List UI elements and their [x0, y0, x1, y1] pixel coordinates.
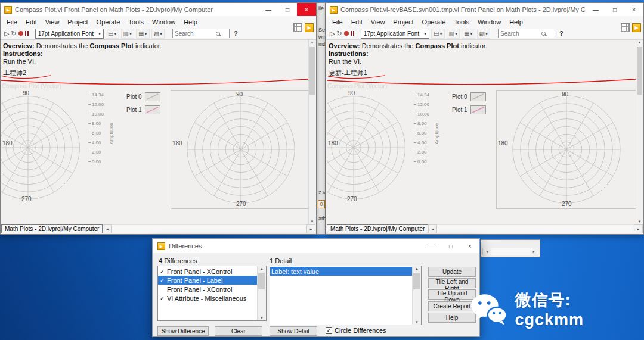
connector-pane-icon[interactable] — [293, 23, 302, 32]
abort-button-icon[interactable] — [344, 31, 349, 36]
menu-item[interactable]: Tools — [124, 17, 148, 27]
menu-item[interactable]: View — [367, 17, 389, 27]
run-continuous-icon[interactable]: ↻ — [11, 30, 16, 38]
list-scrollbar[interactable]: ▲ ▼ — [257, 266, 266, 320]
circle-differences-checkbox[interactable]: ✓ Circle Differences — [326, 327, 386, 334]
scrollbar-thumb[interactable] — [309, 47, 315, 95]
front-panel[interactable]: Overview: Demonstrates the Compass Plot … — [1, 40, 308, 224]
vi-icon[interactable]: ▶ — [632, 23, 641, 32]
menu-item[interactable]: Operate — [92, 17, 125, 27]
scroll-down-icon[interactable]: ▼ — [309, 220, 315, 223]
show-detail-button[interactable]: Show Detail — [270, 326, 317, 336]
panel-free-label[interactable]: 更新-工程师1 — [329, 68, 367, 77]
abort-button-icon[interactable] — [18, 31, 23, 36]
search-input[interactable] — [500, 30, 540, 37]
scroll-up-icon[interactable]: ▲ — [636, 40, 643, 44]
titlebar[interactable]: ▶ Compass Plot.vi-revBASE.svn001.tmp.vi … — [326, 3, 643, 16]
panel-free-label[interactable]: 工程师2 — [3, 68, 26, 77]
minimize-button[interactable]: — — [259, 3, 278, 16]
checkbox-check-icon[interactable]: ✓ — [326, 327, 332, 334]
tile-left-right-button[interactable]: Tile Left and Right — [428, 278, 476, 288]
align-objects-button[interactable]: ▤ ▾ — [431, 29, 444, 39]
front-panel[interactable]: Overview: Demonstrates the Compass Plot … — [327, 40, 636, 224]
help-button[interactable]: Help — [428, 313, 476, 323]
horizontal-scrollbar[interactable]: ◄ ► — [482, 248, 538, 255]
menu-item[interactable]: Help — [505, 17, 527, 27]
tile-up-down-button[interactable]: Tile Up and Down — [428, 289, 476, 300]
scrollbar-thumb[interactable] — [413, 273, 420, 289]
scroll-right-icon[interactable]: ► — [530, 248, 538, 255]
clear-button[interactable]: Clear — [215, 326, 262, 336]
detail-list[interactable]: Label: text value ▲ ▼ — [270, 266, 422, 325]
help-icon[interactable]: ? — [234, 30, 238, 37]
close-button[interactable]: × — [297, 3, 316, 16]
scroll-down-icon[interactable]: ▼ — [258, 316, 266, 320]
minimize-button[interactable]: — — [422, 239, 441, 252]
horizontal-scrollbar-track[interactable] — [437, 224, 634, 233]
menu-item[interactable]: Edit — [347, 17, 367, 27]
update-button[interactable]: Update — [428, 267, 476, 277]
minimize-button[interactable]: — — [586, 3, 605, 16]
menu-item[interactable]: Window — [148, 17, 179, 27]
scroll-left-icon[interactable]: ◄ — [482, 248, 491, 255]
scroll-down-icon[interactable]: ▼ — [636, 220, 643, 223]
menu-item[interactable]: Project — [389, 17, 417, 27]
scrollbar-thumb[interactable] — [258, 273, 265, 289]
difference-item[interactable]: ✓ VI Attribute - Miscellaneous — [158, 294, 257, 302]
search-input[interactable] — [175, 30, 214, 37]
maximize-button[interactable]: □ — [441, 239, 460, 252]
menu-item[interactable]: File — [328, 17, 347, 27]
align-objects-button[interactable]: ▤ ▾ — [106, 29, 119, 39]
menu-item[interactable]: Edit — [21, 17, 41, 27]
run-continuous-icon[interactable]: ↻ — [336, 30, 342, 38]
difference-item-selected[interactable]: ✓ Front Panel - Label — [158, 276, 257, 285]
resize-objects-button[interactable]: ▦ ▾ — [136, 29, 149, 39]
scroll-left-icon[interactable]: ◄ — [103, 224, 112, 233]
menu-item[interactable]: Project — [63, 17, 92, 27]
show-difference-button[interactable]: Show Difference — [157, 326, 209, 336]
menu-item[interactable]: Operate — [418, 17, 450, 27]
scrollbar-thumb[interactable] — [637, 47, 642, 95]
legend-swatch[interactable] — [145, 105, 160, 114]
scroll-right-icon[interactable]: ► — [306, 224, 315, 233]
scroll-up-icon[interactable]: ▲ — [258, 267, 266, 270]
resize-objects-button[interactable]: ▦ ▾ — [462, 29, 475, 39]
maximize-button[interactable]: □ — [278, 3, 297, 16]
menu-item[interactable]: Window — [473, 17, 505, 27]
search-box[interactable] — [498, 29, 555, 38]
scroll-down-icon[interactable]: ▼ — [413, 320, 421, 324]
help-icon[interactable]: ? — [559, 30, 564, 37]
menu-item[interactable]: Tools — [450, 17, 473, 27]
run-button-icon[interactable]: ▷ — [4, 30, 9, 38]
font-selector[interactable]: 17pt Application Font ▾ — [35, 29, 104, 39]
project-context-tab[interactable]: Math Plots - 2D.lvproj/My Computer — [1, 224, 103, 233]
titlebar[interactable]: ▶ Compass Plot.vi Front Panel on Math Pl… — [1, 3, 316, 16]
scroll-right-icon[interactable]: ► — [634, 224, 643, 233]
horizontal-scrollbar-track[interactable] — [491, 248, 530, 255]
run-button-icon[interactable]: ▷ — [330, 30, 335, 38]
vi-icon[interactable]: ▶ — [305, 23, 314, 32]
maximize-button[interactable]: □ — [605, 3, 624, 16]
scroll-left-icon[interactable]: ◄ — [428, 224, 437, 233]
pause-button-icon[interactable] — [351, 31, 354, 36]
create-report-button[interactable]: Create Report — [428, 301, 476, 311]
project-context-tab[interactable]: Math Plots - 2D.lvproj/My Computer — [327, 224, 428, 233]
reorder-button[interactable]: ▧ ▾ — [151, 29, 165, 39]
plot-legend[interactable]: Plot 0 Plot 1 — [126, 92, 160, 118]
distribute-objects-button[interactable]: ▥ ▾ — [447, 29, 460, 39]
distribute-objects-button[interactable]: ▥ ▾ — [121, 29, 134, 39]
scroll-up-icon[interactable]: ▲ — [413, 267, 421, 270]
reorder-button[interactable]: ▧ ▾ — [477, 29, 490, 39]
scroll-up-icon[interactable]: ▲ — [309, 40, 315, 44]
menu-item[interactable]: View — [41, 17, 64, 27]
difference-item[interactable]: ✓ Front Panel - XControl — [158, 267, 257, 276]
legend-swatch[interactable] — [470, 92, 486, 101]
difference-item[interactable]: Front Panel - XControl — [158, 285, 257, 294]
differences-list[interactable]: ✓ Front Panel - XControl ✓ Front Panel -… — [157, 266, 267, 321]
list-scrollbar[interactable]: ▲ ▼ — [412, 266, 421, 325]
connector-pane-icon[interactable] — [621, 23, 630, 32]
legend-swatch[interactable] — [470, 105, 486, 114]
pause-button-icon[interactable] — [25, 31, 29, 36]
menu-item[interactable]: File — [2, 17, 21, 27]
titlebar[interactable]: ▶ Differences — □ × — [153, 239, 479, 253]
